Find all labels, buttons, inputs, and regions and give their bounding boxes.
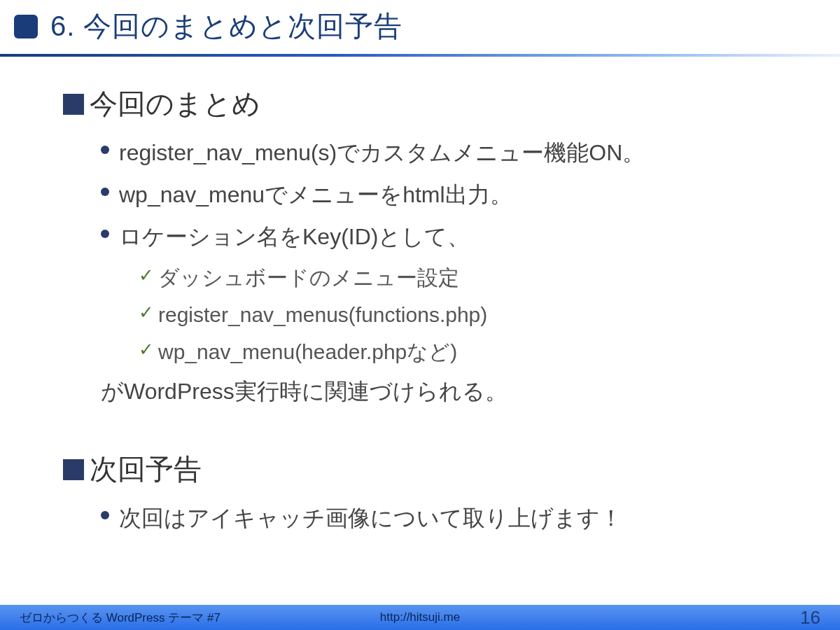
dot-bullet-icon — [101, 188, 109, 196]
section-title: 次回予告 — [90, 450, 202, 489]
footer-url: http://hitsuji.me — [380, 610, 460, 624]
slide-content: 今回のまとめ register_nav_menu(s)でカスタムメニュー機能ON… — [0, 57, 840, 535]
check-icon: ✓ — [139, 302, 154, 323]
dot-bullet-icon — [101, 146, 109, 154]
tail-text: がWordPress実行時に関連づけられる。 — [101, 374, 798, 408]
dot-bullet-icon — [101, 511, 109, 519]
section-heading-next: 次回予告 — [63, 450, 798, 489]
dot-bullet-icon — [101, 230, 109, 238]
section-heading-summary: 今回のまとめ — [63, 85, 798, 123]
list-item: ✓ wp_nav_menu(header.phpなど) — [139, 336, 798, 368]
check-text: ダッシュボードのメニュー設定 — [158, 262, 459, 293]
bullet-text: register_nav_menu(s)でカスタムメニュー機能ON。 — [119, 136, 645, 169]
slide-footer: ゼロからつくる WordPress テーマ #7 http://hitsuji.… — [0, 605, 840, 630]
title-square-icon — [14, 15, 38, 38]
page-number: 16 — [800, 607, 820, 629]
bullet-list: 次回はアイキャッチ画像について取り上げます！ — [101, 501, 798, 535]
list-item: ロケーション名をKey(ID)として、 — [101, 220, 798, 253]
check-icon: ✓ — [139, 339, 154, 360]
bullet-text: ロケーション名をKey(ID)として、 — [119, 220, 470, 253]
check-text: wp_nav_menu(header.phpなど) — [158, 336, 457, 368]
list-item: ✓ ダッシュボードのメニュー設定 — [139, 262, 798, 293]
check-text: register_nav_menus(functions.php) — [158, 299, 487, 330]
check-icon: ✓ — [139, 265, 154, 286]
list-item: wp_nav_menuでメニューをhtml出力。 — [101, 178, 798, 211]
check-list: ✓ ダッシュボードのメニュー設定 ✓ register_nav_menus(fu… — [139, 262, 798, 368]
square-bullet-icon — [63, 94, 84, 115]
square-bullet-icon — [63, 459, 84, 480]
slide-header: 6. 今回のまとめと次回予告 — [0, 0, 840, 46]
footer-series-title: ゼロからつくる WordPress テーマ #7 — [20, 610, 220, 626]
bullet-list: register_nav_menu(s)でカスタムメニュー機能ON。 wp_na… — [101, 136, 798, 253]
list-item: register_nav_menu(s)でカスタムメニュー機能ON。 — [101, 136, 798, 169]
section-title: 今回のまとめ — [90, 85, 260, 123]
list-item: 次回はアイキャッチ画像について取り上げます！ — [101, 501, 798, 535]
page-title: 6. 今回のまとめと次回予告 — [50, 7, 402, 46]
bullet-text: wp_nav_menuでメニューをhtml出力。 — [119, 178, 512, 211]
list-item: ✓ register_nav_menus(functions.php) — [139, 299, 798, 330]
bullet-text: 次回はアイキャッチ画像について取り上げます！ — [119, 501, 622, 535]
